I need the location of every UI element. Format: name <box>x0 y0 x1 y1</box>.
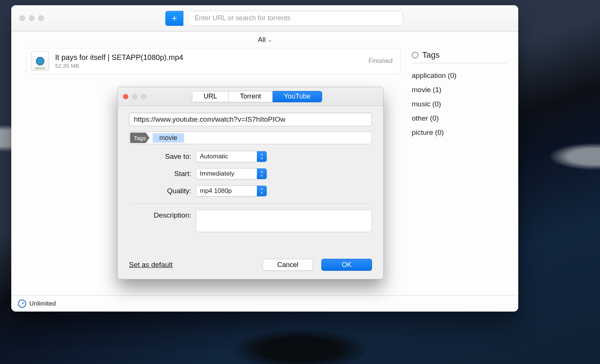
tag-item[interactable]: music (0) <box>412 97 507 111</box>
divider <box>129 203 372 204</box>
dialog-window-controls <box>123 94 146 99</box>
description-row: Description: <box>129 210 372 232</box>
quicktime-icon <box>36 57 44 65</box>
plus-icon: + <box>172 13 177 24</box>
quality-select[interactable]: mp4 1080p <box>196 185 267 197</box>
filter-bar[interactable]: All ⌄ <box>11 31 518 48</box>
window-close-icon[interactable] <box>20 15 25 21</box>
dialog-body: https://www.youtube.com/watch?v=IS7hItoP… <box>118 106 383 279</box>
tag-item[interactable]: picture (0) <box>412 125 507 140</box>
download-status: Finished <box>369 57 393 65</box>
speed-label: Unlimited <box>29 300 56 307</box>
quality-label: Quality: <box>129 187 196 195</box>
dialog-titlebar: URL Torrent YouTube <box>118 87 383 106</box>
tab-url[interactable]: URL <box>192 91 229 102</box>
download-size: 52.35 MB <box>55 63 363 69</box>
description-label: Description: <box>129 210 196 232</box>
start-label: Start: <box>129 170 196 178</box>
save-to-value: Automatic <box>200 153 228 160</box>
download-item[interactable]: It pays for itself | SETAPP(1080p).mp4 5… <box>26 48 400 74</box>
chevron-down-icon: ⌄ <box>268 37 272 43</box>
start-select[interactable]: Immediately <box>196 168 267 179</box>
sidebar: Tags application (0) movie (1) music (0)… <box>409 48 518 295</box>
tags-input[interactable]: Tags movie <box>129 131 372 144</box>
speed-gauge-icon[interactable] <box>18 300 26 308</box>
url-input[interactable]: https://www.youtube.com/watch?v=IS7hItoP… <box>129 113 372 126</box>
tab-youtube[interactable]: YouTube <box>273 91 322 102</box>
quality-value: mp4 1080p <box>200 187 232 195</box>
dialog-close-icon[interactable] <box>123 94 128 99</box>
add-button[interactable]: + <box>165 11 183 26</box>
window-zoom-icon[interactable] <box>38 15 44 21</box>
titlebar: + <box>11 5 518 31</box>
window-minimize-icon[interactable] <box>29 15 34 21</box>
file-thumbnail <box>31 51 49 71</box>
tag-item[interactable]: movie (1) <box>412 83 507 97</box>
cancel-button[interactable]: Cancel <box>262 259 313 271</box>
tab-torrent[interactable]: Torrent <box>229 91 273 102</box>
tags-heading-label: Tags <box>422 50 440 60</box>
status-bar: Unlimited <box>11 295 518 312</box>
dialog-minimize-icon <box>132 94 137 99</box>
stepper-icon <box>257 151 267 162</box>
options-form: Save to: Automatic Start: Immediately Qu… <box>129 151 372 197</box>
save-to-select[interactable]: Automatic <box>196 151 267 162</box>
filter-label: All <box>258 36 266 44</box>
set-as-default-link[interactable]: Set as default <box>129 261 172 269</box>
save-to-label: Save to: <box>129 152 196 161</box>
ok-button[interactable]: OK <box>321 259 372 271</box>
tags-radio-icon <box>412 52 418 58</box>
tags-chip-label: Tags <box>130 133 150 143</box>
description-input[interactable] <box>196 210 372 232</box>
add-download-dialog: URL Torrent YouTube https://www.youtube.… <box>117 87 384 279</box>
stepper-icon <box>257 169 267 179</box>
dialog-zoom-icon <box>141 94 146 99</box>
tag-list: application (0) movie (1) music (0) othe… <box>412 69 507 140</box>
download-item-text: It pays for itself | SETAPP(1080p).mp4 5… <box>55 53 363 69</box>
window-controls <box>17 15 44 21</box>
url-value: https://www.youtube.com/watch?v=IS7hItoP… <box>134 115 285 124</box>
tag-item[interactable]: other (0) <box>412 111 507 125</box>
stepper-icon <box>257 186 267 196</box>
tag-token-movie[interactable]: movie <box>153 133 184 143</box>
search-input[interactable] <box>189 11 403 26</box>
tags-heading[interactable]: Tags <box>412 50 507 63</box>
dialog-footer: Set as default Cancel OK <box>129 259 372 279</box>
download-title: It pays for itself | SETAPP(1080p).mp4 <box>55 53 363 62</box>
tag-item[interactable]: application (0) <box>412 69 507 83</box>
source-segmented-control: URL Torrent YouTube <box>192 91 322 102</box>
start-value: Immediately <box>200 170 234 178</box>
